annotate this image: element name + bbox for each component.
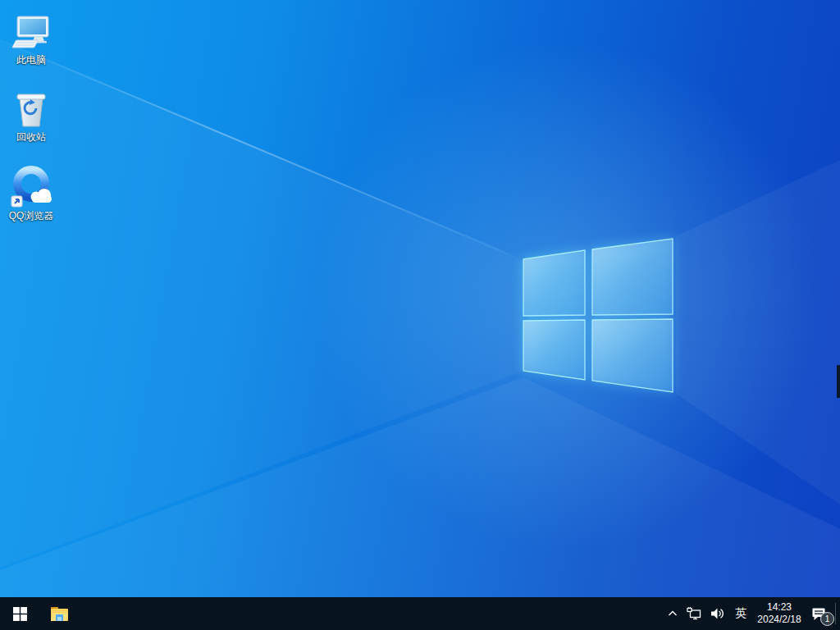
system-tray: 英 14:23 2024/2/18 1 — [663, 597, 840, 630]
windows-logo-icon — [13, 607, 27, 621]
desktop-icon-recycle-bin[interactable]: 回收站 — [0, 87, 62, 143]
desktop-icon-label: 回收站 — [16, 132, 46, 143]
show-desktop-button[interactable] — [836, 597, 840, 630]
ime-language-indicator[interactable]: 英 — [729, 597, 752, 630]
volume-button[interactable] — [706, 597, 729, 630]
windows-desktop-screen: 此电脑 回收站 — [0, 0, 840, 630]
hidden-icons-button[interactable] — [663, 597, 682, 630]
qq-browser-icon — [9, 166, 53, 208]
notification-count-badge: 1 — [820, 612, 834, 626]
network-button[interactable] — [682, 597, 706, 630]
speaker-icon — [710, 607, 725, 620]
desktop-icon-this-pc[interactable]: 此电脑 — [0, 10, 62, 66]
network-ethernet-icon — [687, 607, 702, 620]
desktop-wallpaper — [0, 0, 840, 597]
folder-icon — [50, 606, 69, 622]
chevron-up-icon — [667, 608, 678, 619]
taskbar-clock[interactable]: 14:23 2024/2/18 — [752, 597, 806, 630]
clock-time: 14:23 — [767, 601, 792, 614]
this-pc-icon — [10, 10, 52, 52]
desktop-icon-qq-browser[interactable]: QQ浏览器 — [0, 166, 62, 221]
start-button[interactable] — [0, 597, 39, 630]
recycle-bin-icon — [12, 87, 50, 130]
desktop-icon-label: QQ浏览器 — [9, 211, 54, 221]
windows-logo-wallpaper — [492, 221, 689, 410]
action-center-button[interactable]: 1 — [806, 597, 835, 630]
taskbar: 英 14:23 2024/2/18 1 — [0, 597, 840, 630]
screen-edge-marker — [837, 365, 840, 398]
desktop-icon-label: 此电脑 — [16, 55, 46, 66]
file-explorer-button[interactable] — [39, 597, 79, 630]
wallpaper-glow — [0, 0, 840, 597]
clock-date: 2024/2/18 — [757, 614, 801, 626]
